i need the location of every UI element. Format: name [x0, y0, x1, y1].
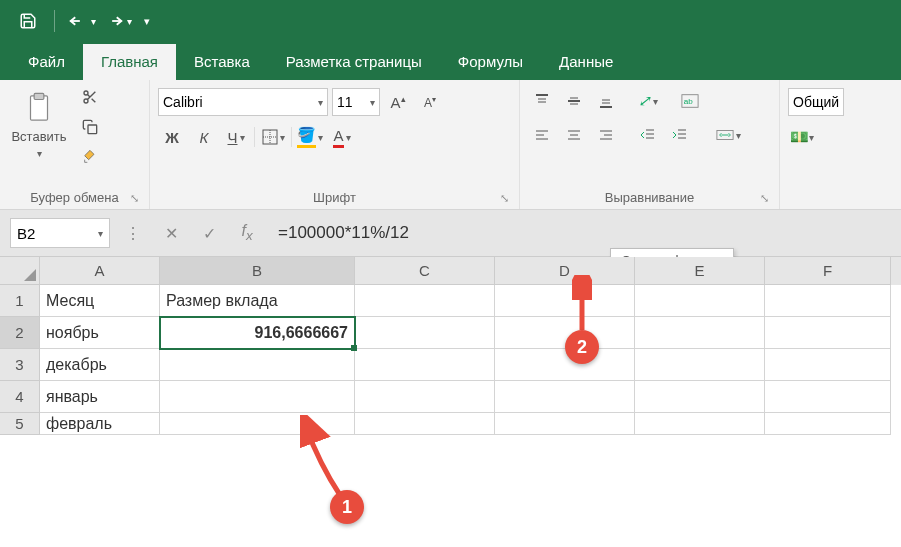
cell-C2[interactable]	[355, 317, 495, 349]
align-left-button[interactable]	[528, 122, 556, 148]
cell-E2[interactable]	[635, 317, 765, 349]
svg-rect-7	[88, 125, 97, 134]
font-color-button[interactable]: А▾	[328, 124, 356, 150]
svg-point-2	[84, 91, 88, 95]
row-header-4[interactable]: 4	[0, 381, 40, 413]
group-number: Общий 💵▾	[780, 80, 890, 209]
cell-F1[interactable]	[765, 285, 891, 317]
cell-E5[interactable]	[635, 413, 765, 435]
indent-icon	[672, 127, 688, 143]
borders-icon	[262, 129, 278, 145]
align-right-button[interactable]	[592, 122, 620, 148]
group-alignment: ⤢▾ ab ▾ Выравнивание⤡	[520, 80, 780, 209]
save-button[interactable]	[12, 5, 44, 37]
tab-page-layout[interactable]: Разметка страницы	[268, 44, 440, 80]
increase-indent-button[interactable]	[666, 122, 694, 148]
increase-font-button[interactable]: A▴	[384, 89, 412, 115]
cell-C5[interactable]	[355, 413, 495, 435]
cell-B4[interactable]	[160, 381, 355, 413]
col-header-A[interactable]: A	[40, 257, 160, 285]
cell-B1[interactable]: Размер вклада	[160, 285, 355, 317]
tab-insert[interactable]: Вставка	[176, 44, 268, 80]
title-bar: ▾ ▾ ▾	[0, 0, 901, 42]
cell-C3[interactable]	[355, 349, 495, 381]
font-color-icon: А	[333, 127, 343, 148]
col-header-C[interactable]: C	[355, 257, 495, 285]
group-font: Calibri▾ 11▾ A▴ A▾ Ж К Ч▾ ▾ 🪣▾ А▾ Шрифт⤡	[150, 80, 520, 209]
select-all-corner[interactable]	[0, 257, 40, 285]
spreadsheet-grid: A B C D E F 1 Месяц Размер вклада 2 нояб…	[0, 257, 901, 435]
cell-D1[interactable]	[495, 285, 635, 317]
tab-file[interactable]: Файл	[10, 44, 83, 80]
cell-C1[interactable]	[355, 285, 495, 317]
decrease-font-button[interactable]: A▾	[416, 89, 444, 115]
fill-color-button[interactable]: 🪣▾	[296, 124, 324, 150]
cut-button[interactable]	[76, 84, 104, 110]
align-bottom-button[interactable]	[592, 88, 620, 114]
cell-F3[interactable]	[765, 349, 891, 381]
font-size-select[interactable]: 11▾	[332, 88, 380, 116]
cell-E3[interactable]	[635, 349, 765, 381]
cell-B2[interactable]: 916,6666667	[160, 317, 355, 349]
paste-button[interactable]: Вставить ▾	[8, 84, 70, 166]
name-box[interactable]: B2▾	[10, 218, 110, 248]
cell-A4[interactable]: январь	[40, 381, 160, 413]
row-header-1[interactable]: 1	[0, 285, 40, 317]
decrease-indent-button[interactable]	[634, 122, 662, 148]
qat-customize-button[interactable]: ▾	[137, 5, 157, 37]
cell-F2[interactable]	[765, 317, 891, 349]
redo-button[interactable]: ▾	[101, 5, 133, 37]
tab-formulas[interactable]: Формулы	[440, 44, 541, 80]
tab-data[interactable]: Данные	[541, 44, 631, 80]
row-header-3[interactable]: 3	[0, 349, 40, 381]
align-top-button[interactable]	[528, 88, 556, 114]
bold-button[interactable]: Ж	[158, 124, 186, 150]
cell-C4[interactable]	[355, 381, 495, 413]
cell-E4[interactable]	[635, 381, 765, 413]
orientation-button[interactable]: ⤢▾	[634, 88, 662, 114]
cell-A5[interactable]: февраль	[40, 413, 160, 435]
cell-D5[interactable]	[495, 413, 635, 435]
cell-D4[interactable]	[495, 381, 635, 413]
callout-2: 2	[565, 330, 599, 364]
enter-formula-button[interactable]: ✓	[194, 218, 224, 248]
cancel-formula-button[interactable]: ✕	[156, 218, 186, 248]
undo-button[interactable]: ▾	[65, 5, 97, 37]
borders-button[interactable]: ▾	[259, 124, 287, 150]
merge-center-button[interactable]: ▾	[708, 122, 748, 148]
align-middle-button[interactable]	[560, 88, 588, 114]
col-header-D[interactable]: D	[495, 257, 635, 285]
underline-button[interactable]: Ч▾	[222, 124, 250, 150]
clipboard-dialog-launcher[interactable]: ⤡	[130, 192, 139, 205]
formula-input[interactable]	[270, 218, 891, 248]
col-header-E[interactable]: E	[635, 257, 765, 285]
font-name-select[interactable]: Calibri▾	[158, 88, 328, 116]
insert-function-button[interactable]: fx	[232, 218, 262, 248]
wrap-text-button[interactable]: ab	[676, 88, 704, 114]
cell-B3[interactable]	[160, 349, 355, 381]
cell-A3[interactable]: декабрь	[40, 349, 160, 381]
row-header-5[interactable]: 5	[0, 413, 40, 435]
align-center-icon	[566, 127, 582, 143]
alignment-dialog-launcher[interactable]: ⤡	[760, 192, 769, 205]
italic-button[interactable]: К	[190, 124, 218, 150]
col-header-F[interactable]: F	[765, 257, 891, 285]
col-header-B[interactable]: B	[160, 257, 355, 285]
copy-button[interactable]	[76, 114, 104, 140]
cell-A1[interactable]: Месяц	[40, 285, 160, 317]
font-dialog-launcher[interactable]: ⤡	[500, 192, 509, 205]
accounting-button[interactable]: 💵▾	[788, 124, 816, 150]
cell-F4[interactable]	[765, 381, 891, 413]
align-center-button[interactable]	[560, 122, 588, 148]
wrap-text-icon: ab	[681, 93, 699, 109]
scissors-icon	[82, 89, 98, 105]
cell-F5[interactable]	[765, 413, 891, 435]
cell-E1[interactable]	[635, 285, 765, 317]
cell-D3[interactable]	[495, 349, 635, 381]
tab-home[interactable]: Главная	[83, 44, 176, 80]
format-painter-button[interactable]	[76, 144, 104, 170]
row-header-2[interactable]: 2	[0, 317, 40, 349]
cell-A2[interactable]: ноябрь	[40, 317, 160, 349]
number-format-select[interactable]: Общий	[788, 88, 844, 116]
align-left-icon	[534, 127, 550, 143]
